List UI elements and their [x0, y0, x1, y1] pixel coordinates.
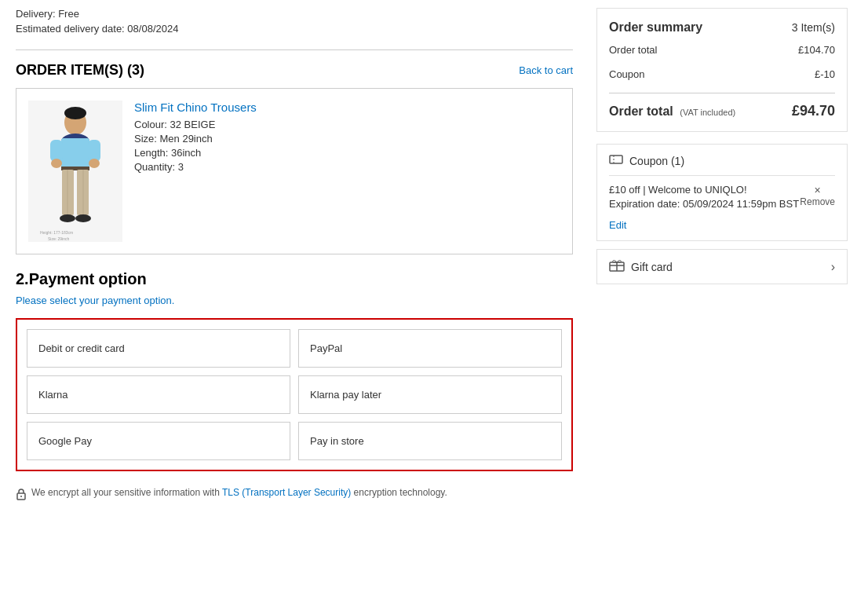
coupon-value: £-10 [815, 68, 835, 80]
payment-grid: Debit or credit card PayPal Klarna Klarn… [27, 329, 562, 460]
svg-point-2 [64, 107, 86, 119]
coupon-section: Coupon (1) £10 off | Welcome to UNIQLO! … [596, 144, 848, 241]
final-total-row: Order total (VAT included) £94.70 [609, 93, 835, 119]
coupon-row: Coupon £-10 [609, 68, 835, 86]
svg-point-8 [51, 159, 62, 168]
main-content: Delivery: Free Estimated delivery date: … [8, 0, 589, 518]
summary-items-count: 3 Item(s) [792, 21, 835, 34]
payment-option-paypal[interactable]: PayPal [298, 329, 562, 368]
coupon-header: Coupon (1) [609, 154, 835, 167]
coupon-expiry: Expiration date: 05/09/2024 11:59pm BST [609, 198, 799, 210]
coupon-ticket-icon [609, 154, 623, 167]
payment-subtitle: Please select your payment option. [16, 295, 573, 306]
item-colour: Colour: 32 BEIGE [134, 119, 560, 130]
estimated-date: Estimated delivery date: 08/08/2024 [16, 23, 573, 35]
coupon-remove-button[interactable]: × Remove [800, 184, 835, 207]
order-total-label: Order total [609, 44, 657, 56]
back-to-cart-link[interactable]: Back to cart [519, 64, 573, 76]
svg-point-15 [60, 214, 75, 222]
item-name: Slim Fit Chino Trousers [134, 101, 560, 114]
order-total-value: £104.70 [798, 44, 835, 56]
item-quantity: Quantity: 3 [134, 161, 560, 173]
coupon-label: Coupon [609, 68, 645, 80]
sidebar: Order summary 3 Item(s) Order total £104… [589, 0, 855, 518]
final-total-amount: £94.70 [792, 103, 835, 119]
coupon-edit-link[interactable]: Edit [609, 219, 626, 231]
svg-rect-7 [88, 140, 100, 162]
svg-rect-21 [610, 156, 622, 163]
order-item-card: Height: 177-183cm Size: 29inch Slim Fit … [16, 88, 573, 254]
payment-option-debit-credit[interactable]: Debit or credit card [27, 329, 290, 368]
summary-header: Order summary 3 Item(s) [609, 20, 835, 35]
payment-option-google-pay[interactable]: Google Pay [27, 422, 290, 460]
order-items-title: ORDER ITEM(S) (3) [16, 62, 144, 79]
coupon-header-label: Coupon (1) [629, 155, 684, 167]
vat-note: (VAT included) [680, 108, 735, 117]
order-items-header: ORDER ITEM(S) (3) Back to cart [16, 62, 573, 79]
svg-point-20 [20, 496, 22, 497]
payment-option-klarna-later[interactable]: Klarna pay later [298, 375, 562, 414]
svg-point-9 [89, 159, 100, 168]
coupon-text: £10 off | Welcome to UNIQLO! Expiration … [609, 184, 799, 212]
coupon-remove-label: Remove [800, 196, 835, 207]
svg-text:Height: 177-183cm: Height: 177-183cm [40, 230, 73, 235]
order-summary-box: Order summary 3 Item(s) Order total £104… [596, 8, 848, 132]
chevron-right-icon: › [831, 260, 835, 274]
payment-options-container: Debit or credit card PayPal Klarna Klarn… [16, 318, 573, 471]
item-details: Slim Fit Chino Trousers Colour: 32 BEIGE… [134, 101, 560, 242]
payment-option-pay-in-store[interactable]: Pay in store [298, 422, 562, 460]
summary-title: Order summary [609, 20, 702, 35]
order-total-row: Order total £104.70 [609, 44, 835, 62]
gift-card-section[interactable]: Gift card › [596, 249, 848, 284]
final-total-label: Order total (VAT included) [609, 104, 735, 119]
coupon-details: £10 off | Welcome to UNIQLO! Expiration … [609, 175, 835, 231]
svg-text:Size: 29inch: Size: 29inch [48, 236, 69, 241]
payment-section: 2.Payment option Please select your paym… [16, 270, 573, 471]
svg-rect-6 [50, 140, 63, 162]
item-size: Size: Men 29inch [134, 133, 560, 145]
delivery-cost: Delivery: Free [16, 8, 573, 20]
payment-title: 2.Payment option [16, 270, 573, 288]
coupon-edit: Edit [609, 218, 835, 231]
gift-card-icon [609, 259, 625, 274]
payment-option-klarna[interactable]: Klarna [27, 375, 290, 414]
security-note: We encrypt all your sensitive informatio… [16, 487, 573, 503]
coupon-info: £10 off | Welcome to UNIQLO! Expiration … [609, 184, 835, 212]
svg-rect-5 [61, 138, 89, 168]
coupon-discount-text: £10 off | Welcome to UNIQLO! [609, 184, 799, 196]
item-image: Height: 177-183cm Size: 29inch [28, 101, 122, 242]
item-length: Length: 36inch [134, 147, 560, 159]
security-text: We encrypt all your sensitive informatio… [31, 487, 447, 498]
svg-point-16 [75, 214, 91, 222]
lock-icon [16, 488, 27, 503]
delivery-section: Delivery: Free Estimated delivery date: … [16, 8, 573, 50]
tls-link[interactable]: TLS (Transport Layer Security) [222, 487, 351, 498]
coupon-remove-x: × [800, 184, 835, 196]
gift-card-left: Gift card [609, 259, 673, 274]
gift-card-label: Gift card [631, 261, 673, 273]
